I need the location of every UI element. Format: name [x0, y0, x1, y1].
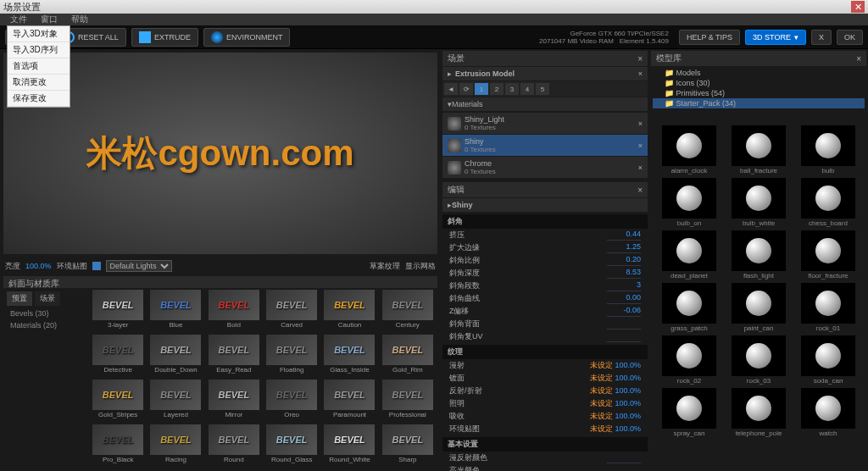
preset-item[interactable]: BEVEL Round_Glass — [264, 424, 320, 468]
model-item[interactable]: chess_board — [795, 178, 861, 227]
model-item[interactable]: flash_light — [726, 230, 792, 280]
menu-save[interactable]: 保存更改 — [8, 91, 70, 107]
preset-item[interactable]: BEVEL Century — [380, 290, 436, 333]
model-item[interactable]: rock_02 — [656, 335, 722, 385]
param-value[interactable] — [607, 465, 641, 471]
unset-label[interactable]: 未设定 — [590, 424, 613, 433]
preset-item[interactable]: BEVEL Gold_Stripes — [90, 380, 146, 423]
model-item[interactable]: rock_01 — [795, 283, 861, 332]
lights-select[interactable]: Default Lights — [106, 260, 172, 272]
model-item[interactable]: floor_fracture — [795, 230, 861, 280]
preset-item[interactable]: BEVEL Glass_Inside — [321, 335, 377, 378]
preset-item[interactable]: BEVEL Blue — [147, 290, 203, 333]
param-value[interactable]: 0.00 — [607, 293, 641, 304]
model-item[interactable]: rock_03 — [726, 335, 792, 385]
preset-item[interactable]: BEVEL Professional — [380, 380, 436, 423]
preset-item[interactable]: BEVEL Round_White — [321, 424, 377, 468]
param-value[interactable] — [607, 319, 641, 330]
close-icon[interactable]: × — [638, 141, 643, 150]
preset-item[interactable]: BEVEL Detective — [90, 335, 146, 378]
param-value[interactable]: 100.0% — [615, 399, 641, 407]
menu-import-3d[interactable]: 导入3D对象 — [8, 26, 70, 42]
menu-import-seq[interactable]: 导入3D序列 — [8, 42, 70, 58]
unset-label[interactable]: 未设定 — [590, 374, 613, 382]
param-value[interactable]: 100.0% — [615, 412, 641, 420]
menu-window[interactable]: 窗口 — [34, 14, 64, 25]
model-item[interactable]: bulb_on — [656, 178, 722, 227]
preset-item[interactable]: BEVEL Pro_Black — [90, 424, 146, 468]
close-icon[interactable]: × — [638, 163, 643, 172]
unset-label[interactable]: 未设定 — [590, 399, 613, 407]
preset-item[interactable]: BEVEL Paramount — [321, 380, 377, 423]
extrusion-model-row[interactable]: ▸Extrusion Model× — [442, 67, 648, 80]
close-icon[interactable]: × — [638, 69, 643, 78]
close-icon[interactable]: ✕ — [851, 1, 865, 13]
unset-label[interactable]: 未设定 — [590, 412, 613, 420]
preset-item[interactable]: BEVEL Bold — [206, 290, 262, 333]
view-4[interactable]: 4 — [520, 83, 534, 95]
model-item[interactable]: spray_can — [656, 388, 722, 437]
unset-label[interactable]: 未设定 — [590, 361, 613, 369]
param-value[interactable]: 0.20 — [607, 255, 641, 266]
menu-help[interactable]: 帮助 — [64, 14, 95, 25]
model-item[interactable]: dead_planet — [656, 230, 722, 280]
preset-item[interactable]: BEVEL Mirror — [206, 380, 262, 423]
close-icon[interactable]: × — [856, 54, 861, 64]
menu-cancel[interactable]: 取消更改 — [8, 75, 70, 91]
view-5[interactable]: 5 — [536, 83, 549, 95]
preset-item[interactable]: BEVEL Double_Down — [147, 335, 203, 378]
param-value[interactable] — [607, 331, 641, 342]
close-icon[interactable]: × — [637, 186, 643, 195]
model-tree-item[interactable]: 📁 Models — [653, 68, 865, 78]
model-tree-item[interactable]: 📁 Icons (30) — [653, 78, 865, 88]
unset-label[interactable]: 未设定 — [590, 386, 613, 395]
preset-item[interactable]: BEVEL Floating — [264, 335, 320, 378]
model-item[interactable]: bulb — [795, 125, 861, 175]
environment-button[interactable]: ENVIRONMENT — [203, 28, 291, 47]
close-icon[interactable]: × — [638, 119, 643, 128]
model-item[interactable]: telephone_pole — [726, 388, 792, 437]
draft-texture-toggle[interactable]: 草案纹理 — [370, 261, 400, 272]
param-value[interactable]: 8.53 — [607, 268, 641, 279]
view-3[interactable]: 3 — [505, 83, 519, 95]
close-icon[interactable]: × — [637, 54, 643, 64]
brightness-value[interactable]: 100.0% — [25, 262, 52, 270]
param-value[interactable]: 3 — [607, 280, 641, 291]
ok-button[interactable]: OK — [837, 30, 863, 45]
model-item[interactable]: paint_can — [726, 283, 792, 332]
preset-item[interactable]: BEVEL Easy_Read — [206, 335, 262, 378]
material-row[interactable]: Chrome0 Textures × — [442, 157, 648, 178]
preset-item[interactable]: BEVEL Oreo — [264, 380, 320, 423]
view-1[interactable]: 1 — [475, 83, 488, 95]
param-value[interactable]: -0.06 — [607, 306, 641, 317]
model-tree-item[interactable]: 📁 Primitives (54) — [653, 88, 865, 98]
preset-item[interactable]: BEVEL Sharp — [380, 424, 436, 468]
param-value[interactable]: 100.0% — [615, 424, 641, 433]
model-item[interactable]: watch — [795, 388, 861, 437]
param-value[interactable]: 1.25 — [607, 242, 641, 253]
help-tips-button[interactable]: HELP & TIPS — [679, 30, 740, 45]
view-cycle-icon[interactable]: ⟳ — [459, 83, 473, 95]
model-item[interactable]: ball_fracture — [726, 125, 792, 175]
menu-preferences[interactable]: 首选项 — [8, 58, 70, 75]
model-item[interactable]: bulb_white — [726, 178, 792, 227]
tree-bevels[interactable]: Bevels (30) — [7, 308, 85, 319]
param-value[interactable]: 100.0% — [615, 361, 641, 369]
3d-store-button[interactable]: 3D STORE▾ — [745, 30, 806, 45]
model-item[interactable]: grass_patch — [656, 283, 722, 332]
preset-item[interactable]: BEVEL Round — [206, 424, 262, 468]
tab-scene[interactable]: 场景 — [35, 291, 60, 306]
param-value[interactable]: 0.44 — [607, 230, 641, 241]
tab-presets[interactable]: 预置 — [7, 291, 32, 306]
tree-materials[interactable]: Materials (20) — [7, 319, 85, 331]
materials-header[interactable]: ▾ Materials — [442, 97, 648, 111]
preset-item[interactable]: BEVEL Racing — [147, 424, 203, 468]
param-value[interactable] — [607, 452, 641, 463]
view-solo-icon[interactable]: ◄ — [444, 83, 458, 95]
material-row[interactable]: Shiny0 Textures × — [442, 135, 648, 156]
envmap-swatch[interactable] — [92, 262, 101, 270]
material-row[interactable]: Shiny_Light0 Textures × — [442, 113, 648, 134]
preset-item[interactable]: BEVEL 3-layer — [90, 290, 146, 333]
param-value[interactable]: 100.0% — [615, 374, 641, 382]
param-value[interactable]: 100.0% — [615, 386, 641, 395]
